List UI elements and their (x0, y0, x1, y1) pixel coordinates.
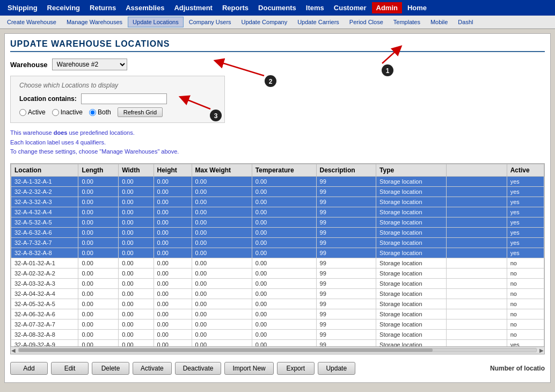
locations-table: Location Length Width Height Max Weight … (11, 164, 544, 346)
table-row[interactable]: 32-A-6-32-A-60.000.000.000.000.0099Stora… (11, 227, 544, 237)
subnav-period-close[interactable]: Period Close (345, 17, 388, 27)
nav-home[interactable]: Home (403, 2, 431, 13)
table-row[interactable]: 32-A-5-32-A-50.000.000.000.000.0099Stora… (11, 217, 544, 227)
table-row[interactable]: 32-A-2-32-A-20.000.000.000.000.0099Stora… (11, 186, 544, 197)
scroll-thumb[interactable] (19, 349, 433, 352)
nav-reports[interactable]: Reports (218, 2, 253, 13)
table-row[interactable]: 32-A-03-32-A-30.000.000.000.000.0099Stor… (11, 278, 544, 288)
col-width: Width (119, 164, 154, 176)
cell-3: 0.00 (154, 197, 192, 207)
nav-assemblies[interactable]: Assemblies (121, 2, 169, 13)
nav-documents[interactable]: Documents (254, 2, 301, 13)
nav-customer[interactable]: Customer (330, 2, 371, 13)
radio-active-label[interactable]: Active (19, 108, 46, 116)
table-row[interactable]: 32-A-07-32-A-70.000.000.000.000.0099Stor… (11, 319, 544, 329)
subnav-create-warehouse[interactable]: Create Warehouse (2, 17, 61, 27)
cell-2: 0.00 (119, 217, 154, 227)
table-row[interactable]: 32-A-8-32-A-80.000.000.000.000.0099Stora… (11, 248, 544, 258)
refresh-grid-button[interactable]: Refresh Grid (118, 107, 163, 117)
subnav-manage-warehouses[interactable]: Manage Warehouses (62, 17, 127, 27)
cell-9: yes (507, 186, 544, 197)
cell-8 (446, 248, 507, 258)
cell-1: 0.00 (78, 217, 119, 227)
cell-0: 32-A-04-32-A-4 (11, 288, 78, 299)
table-row[interactable]: 32-A-1-32-A-10.000.000.000.000.0099Stora… (11, 176, 544, 186)
cell-4: 0.00 (192, 319, 252, 329)
table-row[interactable]: 32-A-4-32-A-40.000.000.000.000.0099Stora… (11, 207, 544, 217)
cell-9: yes (507, 197, 544, 207)
num-locations-label: Number of locatio (490, 365, 545, 372)
cell-5: 0.00 (252, 176, 316, 186)
table-row[interactable]: 32-A-09-32-A-90.000.000.000.000.0099Stor… (11, 339, 544, 346)
radio-both[interactable] (89, 109, 96, 116)
subnav-templates[interactable]: Templates (389, 17, 425, 27)
radio-inactive-label[interactable]: Inactive (52, 108, 83, 116)
horizontal-scrollbar[interactable]: ◀ ▶ (11, 346, 544, 354)
col-description: Description (316, 164, 376, 176)
cell-8 (446, 309, 507, 319)
cell-9: no (507, 309, 544, 319)
subnav-dashl[interactable]: Dashl (453, 17, 478, 27)
table-row[interactable]: 32-A-02-32-A-20.000.000.000.000.0099Stor… (11, 268, 544, 278)
radio-inactive[interactable] (52, 109, 59, 116)
export-button[interactable]: Export (277, 362, 315, 375)
cell-5: 0.00 (252, 237, 316, 248)
cell-5: 0.00 (252, 186, 316, 197)
col-location: Location (11, 164, 78, 176)
cell-6: 99 (316, 319, 376, 329)
cell-9: no (507, 299, 544, 309)
location-contains-row: Location contains: (19, 93, 216, 104)
subnav-mobile[interactable]: Mobile (426, 17, 452, 27)
cell-9: yes (507, 217, 544, 227)
cell-0: 32-A-3-32-A-3 (11, 197, 78, 207)
location-contains-input[interactable] (81, 93, 167, 104)
table-row[interactable]: 32-A-3-32-A-30.000.000.000.000.0099Stora… (11, 197, 544, 207)
cell-1: 0.00 (78, 176, 119, 186)
table-row[interactable]: 32-A-04-32-A-40.000.000.000.000.0099Stor… (11, 288, 544, 299)
cell-6: 99 (316, 227, 376, 237)
table-row[interactable]: 32-A-01-32-A-10.000.000.000.000.0099Stor… (11, 258, 544, 268)
subnav-update-carriers[interactable]: Update Carriers (293, 17, 344, 27)
cell-0: 32-A-09-32-A-9 (11, 339, 78, 346)
cell-6: 99 (316, 288, 376, 299)
nav-returns[interactable]: Returns (85, 2, 120, 13)
cell-9: yes (507, 227, 544, 237)
cell-0: 32-A-08-32-A-8 (11, 329, 78, 339)
table-row[interactable]: 32-A-06-32-A-60.000.000.000.000.0099Stor… (11, 309, 544, 319)
table-row[interactable]: 32-A-05-32-A-50.000.000.000.000.0099Stor… (11, 299, 544, 309)
cell-9: yes (507, 248, 544, 258)
warehouse-selector-row: Warehouse Warehouse #2 Warehouse #1 Ware… (10, 59, 545, 70)
cell-2: 0.00 (119, 278, 154, 288)
nav-items[interactable]: Items (302, 2, 328, 13)
activate-button[interactable]: Activate (133, 362, 172, 375)
deactivate-button[interactable]: Deactivate (175, 362, 222, 375)
nav-shipping[interactable]: Shipping (3, 2, 42, 13)
cell-7: Storage location (376, 319, 447, 329)
cell-2: 0.00 (119, 268, 154, 278)
subnav-update-company[interactable]: Update Company (237, 17, 293, 27)
delete-button[interactable]: Delete (92, 362, 129, 375)
table-row[interactable]: 32-A-08-32-A-80.000.000.000.000.0099Stor… (11, 329, 544, 339)
cell-1: 0.00 (78, 227, 119, 237)
add-button[interactable]: Add (10, 362, 48, 375)
scroll-track[interactable] (18, 348, 537, 352)
edit-button[interactable]: Edit (51, 362, 89, 375)
import-new-button[interactable]: Import New (224, 362, 273, 375)
table-scroll-area[interactable]: Location Length Width Height Max Weight … (11, 164, 544, 346)
subnav-update-locations[interactable]: Update Locations (128, 17, 184, 27)
radio-active[interactable] (19, 109, 26, 116)
nav-adjustment[interactable]: Adjustment (170, 2, 217, 13)
page-title: Update Warehouse Locations (10, 39, 545, 52)
warehouse-select[interactable]: Warehouse #2 Warehouse #1 Warehouse #3 (52, 59, 127, 70)
cell-3: 0.00 (154, 227, 192, 237)
update-button[interactable]: Update (318, 362, 355, 375)
svg-text:2: 2 (269, 78, 273, 85)
subnav-company-users[interactable]: Company Users (184, 17, 236, 27)
radio-both-label[interactable]: Both (89, 108, 111, 116)
cell-4: 0.00 (192, 258, 252, 268)
cell-7: Storage location (376, 329, 447, 339)
nav-receiving[interactable]: Receiving (43, 2, 84, 13)
table-row[interactable]: 32-A-7-32-A-70.000.000.000.000.0099Stora… (11, 237, 544, 248)
nav-admin[interactable]: Admin (372, 2, 402, 13)
table-header-row: Location Length Width Height Max Weight … (11, 164, 544, 176)
